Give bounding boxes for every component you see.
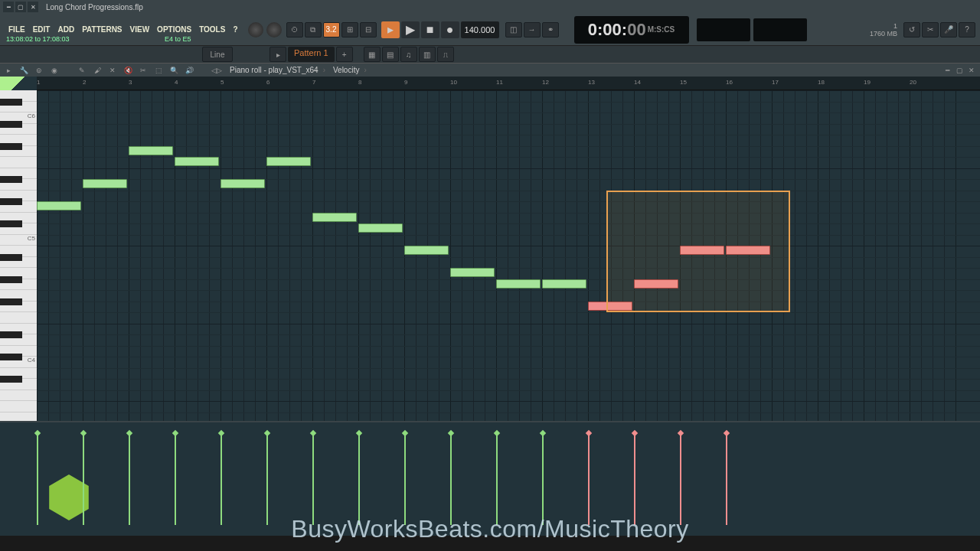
draw-icon[interactable]: ✎: [77, 65, 87, 76]
menu-help[interactable]: ?: [229, 23, 241, 36]
master-volume-knob[interactable]: [248, 22, 263, 37]
minimize-icon[interactable]: ━: [3, 2, 14, 12]
render-icon[interactable]: 🎤: [940, 22, 957, 37]
pr-close-icon[interactable]: ✕: [966, 65, 977, 76]
main-toolbar: FILE EDIT ADD PATTERNS VIEW OPTIONS TOOL…: [0, 14, 980, 46]
pr-menu-icon[interactable]: ▸: [3, 65, 14, 76]
play-button[interactable]: ▶: [401, 21, 420, 38]
secondary-toolbar: Line ▸ Pattern 1 + ▦ ▤ ♫ ▥ ⎍: [0, 46, 980, 63]
velocity-bar[interactable]: [588, 433, 590, 525]
snap-select[interactable]: Line: [202, 47, 233, 62]
breadcrumb-channel[interactable]: Piano roll - play_VST_x64: [230, 66, 318, 74]
tempo-display[interactable]: 140.000: [461, 21, 499, 38]
bar-number: 10: [450, 79, 457, 86]
loop-rec-icon[interactable]: ⊟: [360, 22, 377, 37]
countdown-icon[interactable]: 3.2: [323, 22, 340, 37]
velocity-bar[interactable]: [312, 433, 314, 525]
menu-tools[interactable]: TOOLS: [195, 23, 229, 36]
timeline-ruler[interactable]: 1234567891011121314151617181920: [37, 77, 980, 90]
select-icon[interactable]: ⬚: [153, 65, 164, 76]
menu-add[interactable]: ADD: [54, 23, 78, 36]
menu-edit[interactable]: EDIT: [29, 23, 54, 36]
velocity-bar[interactable]: [496, 433, 498, 525]
menu-patterns[interactable]: PATTERNS: [78, 23, 126, 36]
midi-note[interactable]: [312, 213, 357, 222]
velocity-bar[interactable]: [450, 433, 452, 525]
pattern-prev-icon[interactable]: ▸: [270, 47, 286, 62]
velocity-bar[interactable]: [634, 433, 635, 525]
velocity-bar[interactable]: [542, 433, 544, 525]
midi-note[interactable]: [404, 246, 449, 255]
maximize-icon[interactable]: ▢: [15, 2, 26, 12]
midi-note[interactable]: [266, 157, 311, 166]
magnet-icon[interactable]: ⊚: [34, 65, 44, 76]
wrench-icon[interactable]: 🔧: [18, 65, 29, 76]
pattern-selector[interactable]: Pattern 1: [288, 47, 335, 62]
undo-icon[interactable]: ↺: [903, 22, 920, 37]
bar-number: 19: [864, 79, 871, 86]
step-icon[interactable]: →: [524, 22, 541, 37]
midi-note[interactable]: [542, 279, 586, 289]
wait-icon[interactable]: ⧉: [305, 22, 322, 37]
stop-button[interactable]: ■: [421, 21, 439, 38]
note-grid[interactable]: 1234567891011121314151617181920: [37, 77, 980, 421]
velocity-bar[interactable]: [129, 433, 130, 525]
pattern-mode-button[interactable]: ▸: [381, 21, 400, 38]
velocity-bar[interactable]: [266, 433, 268, 525]
record-button[interactable]: ●: [441, 21, 459, 38]
velocity-bar[interactable]: [83, 433, 84, 525]
velocity-bar[interactable]: [37, 433, 38, 525]
play-icon[interactable]: 🔊: [184, 65, 194, 76]
midi-note[interactable]: [83, 179, 127, 188]
playlist-icon[interactable]: ▦: [364, 47, 381, 62]
browser-icon[interactable]: ▥: [419, 47, 436, 62]
bar-number: 2: [83, 79, 86, 86]
channel-icon[interactable]: ◁▷: [211, 65, 222, 76]
velocity-bar[interactable]: [175, 433, 176, 525]
stepseq-icon[interactable]: ▤: [382, 47, 399, 62]
midi-note[interactable]: [358, 223, 403, 233]
mute-icon[interactable]: 🔇: [122, 65, 133, 76]
velocity-bar[interactable]: [404, 433, 406, 525]
midi-note[interactable]: [220, 179, 265, 188]
time-display[interactable]: 0:00:00 M:S:CS: [574, 16, 689, 44]
link-icon[interactable]: ⚭: [542, 22, 559, 37]
zoom-icon[interactable]: 🔍: [168, 65, 179, 76]
pr-maximize-icon[interactable]: ▢: [954, 65, 965, 76]
snap-icon[interactable]: ◫: [505, 22, 522, 37]
about-icon[interactable]: ?: [959, 22, 975, 37]
menu-options[interactable]: OPTIONS: [153, 23, 195, 36]
velocity-bar[interactable]: [220, 433, 222, 525]
velocity-bar[interactable]: [726, 433, 727, 525]
velocity-bar[interactable]: [680, 433, 681, 525]
master-pitch-knob[interactable]: [266, 22, 282, 37]
pianoroll-icon[interactable]: ♫: [400, 47, 417, 62]
piano-keys[interactable]: C6C5C4: [0, 77, 37, 421]
velocity-bar[interactable]: [358, 433, 360, 525]
midi-note[interactable]: [496, 279, 541, 289]
cpu-panel: 1 1760 MB: [870, 22, 897, 37]
bar-number: 12: [542, 79, 549, 86]
midi-note[interactable]: [450, 268, 495, 277]
save-icon[interactable]: ✂: [922, 22, 939, 37]
stamp-icon[interactable]: ◉: [49, 65, 60, 76]
menu-file[interactable]: FILE: [5, 23, 29, 36]
midi-note[interactable]: [129, 146, 173, 155]
close-icon[interactable]: ✕: [28, 2, 38, 12]
pr-minimize-icon[interactable]: ━: [942, 65, 952, 76]
pianoroll-body: C6C5C4 1234567891011121314151617181920: [0, 77, 980, 421]
paint-icon[interactable]: 🖌: [92, 65, 103, 76]
pattern-add-icon[interactable]: +: [336, 47, 353, 62]
mixer-icon[interactable]: ⎍: [437, 47, 454, 62]
overdub-icon[interactable]: ⊞: [341, 22, 358, 37]
midi-note[interactable]: [37, 201, 81, 210]
breadcrumb-param[interactable]: Velocity: [333, 66, 359, 74]
bar-number: 15: [680, 79, 687, 86]
bar-number: 5: [220, 79, 224, 86]
metronome-icon[interactable]: ⏲: [286, 22, 303, 37]
menu-view[interactable]: VIEW: [126, 23, 154, 36]
midi-note[interactable]: [175, 157, 219, 166]
delete-icon[interactable]: ✕: [107, 65, 118, 76]
slice-icon[interactable]: ✂: [138, 65, 149, 76]
bar-number: 3: [129, 79, 132, 86]
